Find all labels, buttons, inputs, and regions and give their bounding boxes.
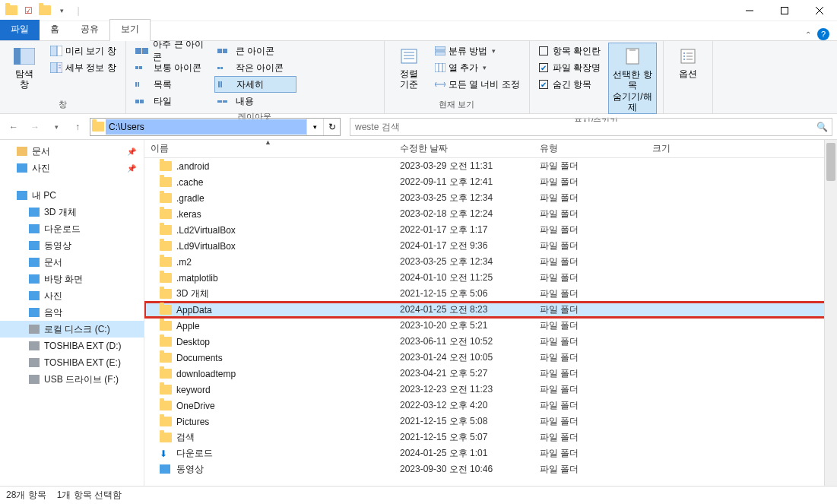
- address-folder-icon: [90, 122, 106, 132]
- search-box[interactable]: 🔍: [350, 118, 832, 136]
- chk-hidden-items[interactable]: ✔숨긴 항목: [536, 76, 604, 93]
- back-button[interactable]: ←: [5, 118, 23, 136]
- side-quick-0[interactable]: 문서📌: [0, 143, 144, 160]
- table-row[interactable]: .android2023-03-29 오전 11:31파일 폴더: [144, 158, 837, 174]
- details-pane-button[interactable]: 세부 정보 창: [47, 59, 119, 76]
- side-pc-0[interactable]: 3D 개체: [0, 204, 144, 220]
- layout-opt-3[interactable]: 작은 아이콘: [214, 59, 296, 76]
- close-button[interactable]: [802, 0, 837, 21]
- qat-checkbox-icon[interactable]: ☑: [21, 4, 35, 17]
- table-row[interactable]: keyword2023-12-23 오전 11:23파일 폴더: [144, 382, 837, 398]
- group-panes: 탐색 창 미리 보기 창 세부 정보 창 창: [0, 41, 126, 113]
- size-columns-button[interactable]: 모든 열 너비 조정: [432, 76, 523, 93]
- layout-opt-0[interactable]: 아주 큰 아이콘: [132, 43, 214, 59]
- table-row[interactable]: .cache2022-09-11 오후 12:41파일 폴더: [144, 174, 837, 190]
- col-type[interactable]: 유형: [534, 142, 646, 155]
- col-date[interactable]: 수정한 날짜: [394, 142, 534, 155]
- recent-dropdown[interactable]: ▾: [47, 118, 65, 136]
- qat-dropdown-icon[interactable]: ▾: [55, 4, 68, 17]
- table-row[interactable]: .Ld9VirtualBox2024-01-17 오전 9:36파일 폴더: [144, 238, 837, 254]
- table-row[interactable]: 3D 개체2021-12-15 오후 5:06파일 폴더: [144, 286, 837, 302]
- sidebar[interactable]: 문서📌사진📌 내 PC 3D 개체다운로드동영상문서바탕 화면사진음악로컬 디스…: [0, 140, 144, 486]
- table-row[interactable]: downloadtemp2023-04-21 오후 5:27파일 폴더: [144, 366, 837, 382]
- address-dropdown-icon[interactable]: ▾: [306, 119, 323, 135]
- side-pc-1[interactable]: 다운로드: [0, 220, 144, 237]
- table-row[interactable]: Pictures2021-12-15 오후 5:08파일 폴더: [144, 414, 837, 430]
- side-pc-3[interactable]: 문서: [0, 254, 144, 271]
- svg-rect-12: [401, 49, 417, 63]
- tab-share[interactable]: 공유: [70, 20, 109, 40]
- ribbon: 탐색 창 미리 보기 창 세부 정보 창 창 아주 큰 아이콘큰 아이콘보통 아…: [0, 41, 837, 114]
- address-bar[interactable]: ▾ ↻: [90, 118, 341, 136]
- layout-opt-5[interactable]: 자세히: [214, 76, 296, 93]
- forward-button[interactable]: →: [26, 118, 44, 136]
- search-icon[interactable]: 🔍: [812, 122, 832, 132]
- titlebar: ☑ ▾ |: [0, 0, 837, 21]
- layout-opt-1[interactable]: 큰 아이콘: [214, 43, 296, 59]
- group-options: 옵션: [664, 41, 713, 113]
- side-pc-7[interactable]: 로컬 디스크 (C:): [0, 321, 144, 338]
- layout-opt-6[interactable]: 타일: [132, 93, 214, 109]
- table-row[interactable]: AppData2024-01-25 오전 8:23파일 폴더: [144, 302, 837, 318]
- tab-home[interactable]: 홈: [40, 20, 70, 40]
- scrollbar[interactable]: [824, 140, 837, 486]
- side-pc-10[interactable]: USB 드라이브 (F:): [0, 371, 144, 388]
- scrollbar-thumb[interactable]: [826, 143, 835, 181]
- file-rows[interactable]: .android2023-03-29 오전 11:31파일 폴더.cache20…: [144, 158, 837, 486]
- minimize-button[interactable]: [732, 0, 767, 21]
- group-current-view: 정렬 기준 분류 방법▾ 열 추가▾ 모든 열 너비 조정 현재 보기: [385, 41, 530, 113]
- svg-rect-16: [435, 46, 445, 50]
- col-size[interactable]: 크기: [646, 142, 707, 155]
- svg-point-26: [683, 59, 685, 60]
- sort-indicator-icon: ▲: [258, 138, 271, 146]
- svg-rect-17: [435, 52, 445, 55]
- table-row[interactable]: Documents2023-01-24 오전 10:05파일 폴더: [144, 350, 837, 366]
- address-input[interactable]: [106, 119, 306, 135]
- table-row[interactable]: 검색2021-12-15 오후 5:07파일 폴더: [144, 430, 837, 445]
- layout-opt-2[interactable]: 보통 아이콘: [132, 59, 214, 76]
- svg-rect-1: [782, 7, 788, 14]
- side-pc-6[interactable]: 음악: [0, 304, 144, 321]
- svg-rect-7: [57, 46, 62, 56]
- search-input[interactable]: [350, 122, 812, 132]
- side-this-pc[interactable]: 내 PC: [0, 187, 144, 204]
- side-pc-4[interactable]: 바탕 화면: [0, 271, 144, 287]
- layout-opt-7[interactable]: 내용: [214, 93, 296, 109]
- side-pc-2[interactable]: 동영상: [0, 237, 144, 254]
- column-headers[interactable]: 이름 수정한 날짜 유형 크기 ▲: [144, 140, 837, 158]
- add-columns-button[interactable]: 열 추가▾: [432, 59, 523, 76]
- table-row[interactable]: .matplotlib2024-01-10 오전 11:25파일 폴더: [144, 270, 837, 286]
- table-row[interactable]: 동영상2023-09-30 오전 10:46파일 폴더: [144, 461, 837, 477]
- table-row[interactable]: Apple2023-10-20 오후 5:21파일 폴더: [144, 318, 837, 334]
- table-row[interactable]: ⬇다운로드2024-01-25 오후 1:01파일 폴더: [144, 445, 837, 461]
- tab-view[interactable]: 보기: [109, 19, 151, 41]
- side-pc-9[interactable]: TOSHIBA EXT (E:): [0, 354, 144, 371]
- table-row[interactable]: .gradle2023-03-25 오후 12:34파일 폴더: [144, 190, 837, 206]
- layout-opt-4[interactable]: 목록: [132, 76, 214, 93]
- side-quick-1[interactable]: 사진📌: [0, 160, 144, 176]
- side-pc-8[interactable]: TOSHIBA EXT (D:): [0, 338, 144, 354]
- file-list: 이름 수정한 날짜 유형 크기 ▲ .android2023-03-29 오전 …: [144, 140, 837, 486]
- nav-pane-button[interactable]: 탐색 창: [6, 43, 43, 90]
- table-row[interactable]: .m22023-03-25 오후 12:34파일 폴더: [144, 254, 837, 270]
- table-row[interactable]: Desktop2023-06-11 오전 10:52파일 폴더: [144, 334, 837, 350]
- maximize-button[interactable]: [767, 0, 802, 21]
- table-row[interactable]: OneDrive2022-03-12 오후 4:20파일 폴더: [144, 398, 837, 414]
- group-show-hide: 항목 확인란 ✔파일 확장명 ✔숨긴 항목 선택한 항목 숨기기/해제 표시/숨…: [530, 41, 664, 113]
- ribbon-collapse-icon[interactable]: ⌃: [805, 30, 811, 39]
- sort-button[interactable]: 정렬 기준: [391, 43, 427, 90]
- chk-file-extensions[interactable]: ✔파일 확장명: [536, 59, 604, 76]
- options-button[interactable]: 옵션: [670, 43, 706, 79]
- table-row[interactable]: .Ld2VirtualBox2022-01-17 오후 1:17파일 폴더: [144, 222, 837, 238]
- status-selection: 1개 항목 선택함: [57, 489, 122, 502]
- hide-selected-button[interactable]: 선택한 항목 숨기기/해제: [608, 43, 657, 114]
- help-icon[interactable]: ?: [817, 28, 829, 40]
- group-by-button[interactable]: 분류 방법▾: [432, 43, 523, 59]
- up-button[interactable]: ↑: [68, 118, 87, 136]
- tab-file[interactable]: 파일: [0, 20, 40, 40]
- table-row[interactable]: .keras2023-02-18 오후 12:24파일 폴더: [144, 206, 837, 222]
- preview-pane-button[interactable]: 미리 보기 창: [47, 43, 119, 59]
- side-pc-5[interactable]: 사진: [0, 287, 144, 304]
- refresh-button[interactable]: ↻: [323, 119, 340, 135]
- chk-item-checkboxes[interactable]: 항목 확인란: [536, 43, 604, 59]
